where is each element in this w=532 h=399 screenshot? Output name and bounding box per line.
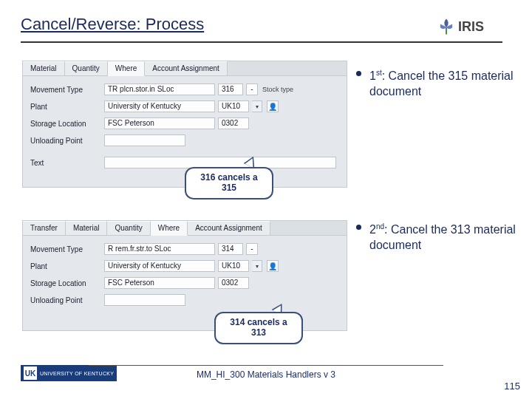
tab-where[interactable]: Where — [108, 61, 145, 76]
lbl-unloading-point: Unloading Point — [30, 137, 104, 145]
callout-316: 316 cancels a 315 — [185, 167, 273, 200]
sap-panel-316: Material Quantity Where Account Assignme… — [22, 61, 347, 188]
bullet-1-sup: st — [376, 69, 382, 77]
lbl-stock-type: Stock type — [262, 86, 293, 93]
title-rule — [21, 41, 502, 43]
dropdown-icon[interactable]: ▾ — [252, 260, 262, 272]
field-movement-code[interactable]: 314 — [218, 243, 243, 255]
lbl-text: Text — [30, 159, 104, 167]
tab-account-assignment[interactable]: Account Assignment — [145, 61, 228, 75]
tabstrip: Transfer Material Quantity Where Account… — [23, 221, 347, 236]
tab-account-assignment[interactable]: Account Assignment — [188, 221, 270, 235]
bullet-1-text: : Cancel the 315 material document — [369, 69, 514, 98]
field-plant[interactable]: University of Kentucky — [104, 260, 215, 272]
tab-transfer[interactable]: Transfer — [23, 221, 66, 235]
bullet-2-prefix: 2 — [369, 223, 376, 236]
field-movement-type[interactable]: R rem.fr.str.to SLoc — [104, 243, 215, 255]
bullet-dot-icon — [356, 71, 361, 76]
tab-material[interactable]: Material — [66, 221, 108, 235]
field-storage[interactable]: FSC Peterson — [104, 117, 215, 129]
field-movement-suffix[interactable]: - — [246, 83, 258, 95]
field-movement-suffix[interactable]: - — [246, 243, 258, 255]
person-search-icon[interactable]: 👤 — [267, 260, 279, 272]
lbl-plant: Plant — [30, 103, 104, 111]
iris-flower-icon — [436, 16, 457, 37]
person-search-icon[interactable]: 👤 — [267, 100, 279, 112]
lbl-movement-type: Movement Type — [30, 86, 104, 94]
callout-314: 314 cancels a 313 — [214, 312, 303, 344]
field-plant-code[interactable]: UK10 — [218, 260, 249, 272]
page-number: 115 — [504, 381, 520, 392]
footer-text: MM_HI_300 Materials Handlers v 3 — [0, 369, 532, 380]
field-plant-code[interactable]: UK10 — [218, 100, 249, 112]
field-movement-type[interactable]: TR plcn.stor.in SLoc — [104, 83, 215, 95]
lbl-movement-type: Movement Type — [30, 245, 104, 253]
lbl-storage-location: Storage Location — [30, 279, 104, 287]
lbl-storage-location: Storage Location — [30, 120, 104, 128]
dropdown-icon[interactable]: ▾ — [252, 100, 262, 112]
field-storage-code[interactable]: 0302 — [218, 117, 249, 129]
field-storage-code[interactable]: 0302 — [218, 277, 249, 289]
lbl-unloading-point: Unloading Point — [30, 296, 104, 304]
tab-material[interactable]: Material — [23, 61, 65, 75]
tabstrip: Material Quantity Where Account Assignme… — [23, 61, 347, 76]
bullet-dot-icon — [356, 225, 361, 230]
slide-title: Cancel/Reverse: Process — [21, 15, 204, 34]
tab-quantity[interactable]: Quantity — [65, 61, 108, 75]
field-storage[interactable]: FSC Peterson — [104, 277, 215, 289]
iris-logo: IRIS — [436, 13, 502, 40]
callout-line1: 316 cancels a — [186, 173, 272, 183]
callout-line2: 315 — [186, 183, 272, 194]
footer-rule — [89, 365, 443, 366]
bullet-1: 1st: Cancel the 315 material document — [369, 68, 517, 100]
callout-line2: 313 — [216, 328, 301, 338]
field-unloading[interactable] — [104, 294, 185, 306]
field-unloading[interactable] — [104, 134, 185, 146]
bullet-2: 2nd: Cancel the 313 material document — [369, 222, 517, 253]
lbl-plant: Plant — [30, 262, 104, 270]
callout-line1: 314 cancels a — [216, 318, 301, 328]
bullet-2-sup: nd — [376, 222, 384, 231]
field-plant[interactable]: University of Kentucky — [104, 100, 215, 112]
tab-where[interactable]: Where — [151, 221, 188, 236]
bullet-1-prefix: 1 — [369, 69, 376, 82]
tab-quantity[interactable]: Quantity — [107, 221, 150, 235]
field-movement-code[interactable]: 316 — [218, 83, 243, 95]
bullet-2-text: : Cancel the 313 material document — [369, 223, 516, 251]
logo-text: IRIS — [458, 19, 484, 35]
